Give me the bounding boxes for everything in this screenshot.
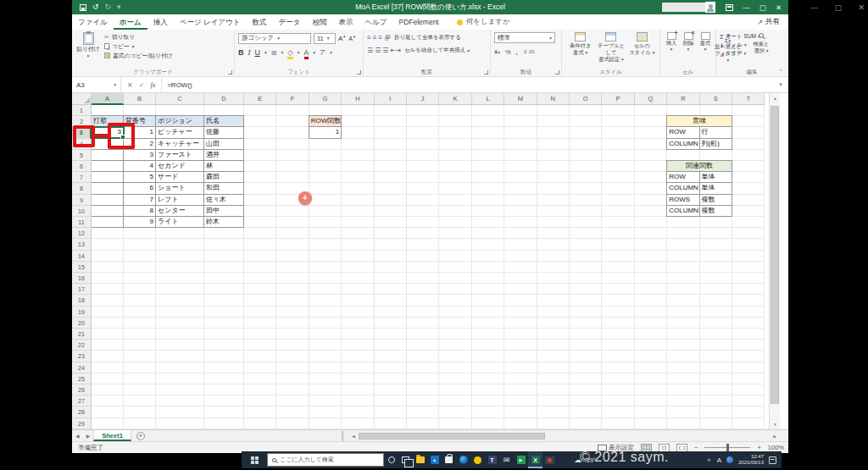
- merge-center-button[interactable]: セルを結合して中央揃え▾: [403, 47, 471, 54]
- row-header-1[interactable]: 1: [72, 105, 92, 116]
- find-select-button[interactable]: 検索と選択 ▾: [746, 33, 776, 64]
- outer-minimize-button[interactable]: —: [810, 3, 818, 12]
- vertical-scrollbar-thumb[interactable]: [771, 106, 779, 404]
- italic-button[interactable]: I: [248, 48, 251, 57]
- qat-customize-icon[interactable]: ▾: [117, 0, 121, 14]
- main-table-cell[interactable]: 7: [124, 195, 156, 206]
- main-table-cell[interactable]: 3: [124, 150, 156, 161]
- taskbar-clock[interactable]: 12:472021/09/13: [738, 454, 764, 466]
- related-table-key[interactable]: COLUMN: [667, 183, 699, 194]
- tab-データ[interactable]: データ: [272, 14, 306, 30]
- main-table-cell[interactable]: 酒井: [204, 150, 244, 161]
- row-header-11[interactable]: 11: [72, 217, 92, 228]
- zoom-out-icon[interactable]: −: [694, 444, 698, 451]
- related-table-value[interactable]: 単体: [700, 172, 732, 183]
- row-header-10[interactable]: 10: [72, 206, 92, 217]
- column-header-A[interactable]: A: [92, 93, 124, 105]
- main-table-cell[interactable]: [92, 161, 124, 172]
- main-table-cell[interactable]: 森田: [204, 172, 244, 183]
- wrap-text-button[interactable]: 折り返して全体を表示する: [392, 34, 463, 41]
- main-table-cell[interactable]: [92, 172, 124, 183]
- taskbar-search-input[interactable]: ここに入力して検索: [267, 453, 384, 467]
- meaning-table-key[interactable]: ROW: [667, 127, 699, 138]
- tab-ファイル[interactable]: ファイル: [72, 14, 114, 30]
- percent-format-icon[interactable]: %: [505, 48, 511, 56]
- main-table-cell[interactable]: [92, 217, 124, 228]
- row-header-19[interactable]: 19: [72, 307, 92, 318]
- related-table-key[interactable]: COLUMNS: [667, 206, 699, 217]
- start-button[interactable]: [242, 451, 267, 468]
- maximize-button[interactable]: ▢: [760, 3, 766, 12]
- conditional-formatting-button[interactable]: 条件付き書式 ▾: [565, 32, 595, 56]
- cancel-formula-icon[interactable]: ✕: [127, 81, 133, 89]
- row-header-21[interactable]: 21: [72, 329, 92, 340]
- main-table-cell[interactable]: [92, 183, 124, 194]
- select-all-corner[interactable]: [72, 93, 92, 105]
- insert-function-icon[interactable]: fx: [150, 81, 155, 89]
- enter-formula-icon[interactable]: ✓: [139, 81, 145, 89]
- sheet-nav-left-icon[interactable]: ◀: [72, 433, 83, 439]
- copy-button[interactable]: コピー▾: [104, 41, 231, 51]
- row-header-28[interactable]: 28: [72, 406, 92, 417]
- tray-app-icon[interactable]: [726, 456, 733, 463]
- main-table-cell[interactable]: ライト: [156, 217, 204, 228]
- column-header-G[interactable]: G: [309, 93, 342, 105]
- link-icon[interactable]: ⚬: [706, 456, 712, 464]
- bold-button[interactable]: B: [238, 48, 244, 57]
- app-green-icon[interactable]: ▶: [514, 451, 528, 468]
- worksheet-grid[interactable]: + ▲ ▼ ABCDEFGHIJKLMNOPQRST12345678910111…: [72, 93, 788, 429]
- main-table-cell[interactable]: 和田: [204, 183, 244, 194]
- related-table-value[interactable]: 複数: [700, 195, 732, 206]
- meaning-table-key[interactable]: COLUMN: [667, 139, 699, 150]
- undo-icon[interactable]: ↺: [92, 0, 99, 14]
- main-table-cell[interactable]: 9: [124, 217, 156, 228]
- horizontal-scrollbar[interactable]: ◀ ▶: [352, 432, 776, 440]
- tab-表示[interactable]: 表示: [332, 14, 359, 30]
- main-table-cell[interactable]: 田中: [204, 206, 244, 217]
- row-header-9[interactable]: 9: [72, 195, 92, 206]
- tab-ヘルプ[interactable]: ヘルプ: [359, 14, 392, 30]
- column-header-I[interactable]: I: [375, 93, 407, 105]
- zoom-slider-thumb[interactable]: [726, 444, 729, 451]
- scroll-left-icon[interactable]: ◀: [352, 434, 355, 439]
- column-header-J[interactable]: J: [407, 93, 439, 105]
- borders-icon[interactable]: ⊞: [271, 49, 277, 57]
- format-as-table-button[interactable]: テーブルとして書式設定 ▾: [596, 32, 626, 63]
- sort-filter-button[interactable]: AZ▼ 並べ替えとフィルター ▾: [713, 33, 743, 64]
- row-header-7[interactable]: 7: [72, 172, 92, 183]
- scroll-right-icon[interactable]: ▶: [773, 434, 776, 439]
- column-header-N[interactable]: N: [537, 93, 570, 105]
- tab-PDFelement[interactable]: PDFelement: [392, 14, 444, 30]
- page-break-view-icon[interactable]: [676, 444, 687, 452]
- font-size-select[interactable]: 11▾: [314, 33, 336, 44]
- outer-maximize-button[interactable]: ▢: [834, 3, 842, 12]
- ime-mode-icon[interactable]: A: [717, 456, 721, 464]
- main-table-cell[interactable]: ピッチャー: [156, 127, 204, 138]
- tell-me-search[interactable]: 何をしますか: [457, 14, 510, 30]
- meaning-table-value[interactable]: 行: [700, 127, 732, 138]
- related-table-title[interactable]: 関連関数: [667, 161, 732, 172]
- photos-icon[interactable]: ▲: [427, 451, 442, 468]
- name-box[interactable]: A3▾: [72, 77, 121, 92]
- row-header-27[interactable]: 27: [72, 395, 92, 406]
- minimize-button[interactable]: —: [743, 3, 750, 12]
- column-header-F[interactable]: F: [276, 93, 309, 105]
- column-header-D[interactable]: D: [204, 93, 244, 105]
- column-header-C[interactable]: C: [156, 93, 204, 105]
- underline-button[interactable]: U: [255, 48, 261, 57]
- related-table-key[interactable]: ROWS: [667, 195, 699, 206]
- column-header-K[interactable]: K: [439, 93, 471, 105]
- format-painter-button[interactable]: 書式のコピー/貼り付け: [104, 51, 231, 60]
- row-header-14[interactable]: 14: [72, 251, 92, 262]
- edge-icon[interactable]: [456, 451, 470, 468]
- tab-校閲[interactable]: 校閲: [306, 14, 332, 30]
- main-table-cell[interactable]: 5: [124, 172, 156, 183]
- row-header-15[interactable]: 15: [72, 262, 92, 273]
- insert-cells-button[interactable]: 挿入▾: [664, 32, 679, 53]
- row-header-29[interactable]: 29: [72, 418, 92, 429]
- column-header-H[interactable]: H: [342, 93, 374, 105]
- main-table-cell[interactable]: 6: [124, 183, 156, 194]
- main-table-cell[interactable]: [92, 150, 124, 161]
- comma-format-icon[interactable]: ,: [516, 48, 518, 56]
- main-table-cell[interactable]: レフト: [156, 195, 204, 206]
